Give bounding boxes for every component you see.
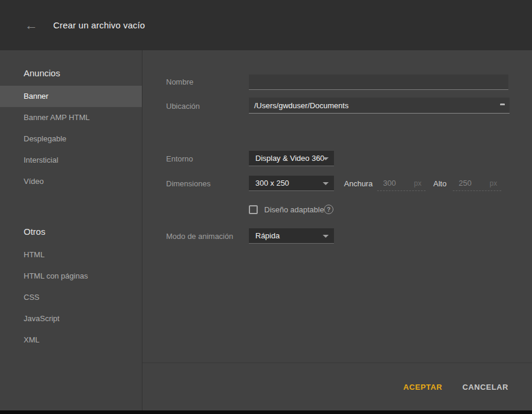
animation-mode-selected-value: Rápida <box>255 231 280 240</box>
dialog-header: ← Crear un archivo vacío <box>0 0 532 50</box>
name-label: Nombre <box>166 77 193 88</box>
file-type-sidebar: Anuncios Banner Banner AMP HTML Desplega… <box>0 50 142 410</box>
sidebar-group-heading-otros: Otros <box>0 192 142 244</box>
arrow-left-icon: ← <box>25 18 38 33</box>
height-label: Alto <box>433 179 446 189</box>
chevron-down-icon <box>323 235 329 238</box>
environment-selected-value: Display & Video 360 <box>255 154 325 163</box>
sidebar-item-javascript[interactable]: JavaScript <box>0 308 142 329</box>
dialog-footer: ACEPTAR CANCELAR <box>142 363 532 410</box>
sidebar-item-banner[interactable]: Banner <box>0 86 142 107</box>
environment-label: Entorno <box>166 154 193 164</box>
height-value: 250 <box>459 179 472 187</box>
chevron-down-icon <box>323 182 329 185</box>
responsive-checkbox[interactable] <box>249 205 258 214</box>
animation-mode-select[interactable]: Rápida <box>249 228 334 244</box>
window-bottom-edge <box>0 410 532 414</box>
height-input: 250 px <box>453 176 501 191</box>
sidebar-item-banner-amp-html[interactable]: Banner AMP HTML <box>0 107 142 128</box>
help-icon[interactable]: ? <box>324 205 333 214</box>
sidebar-item-html[interactable]: HTML <box>0 244 142 266</box>
dialog-body: Anuncios Banner Banner AMP HTML Desplega… <box>0 50 532 410</box>
chevron-down-icon <box>323 157 329 160</box>
height-unit: px <box>489 179 497 187</box>
browse-folder-button[interactable] <box>494 100 507 111</box>
responsive-label: Diseño adaptable <box>264 205 324 214</box>
width-value: 300 <box>383 179 396 187</box>
sidebar-item-desplegable[interactable]: Desplegable <box>0 128 142 150</box>
name-input[interactable] <box>249 75 508 90</box>
sidebar-item-xml[interactable]: XML <box>0 329 142 351</box>
back-button[interactable]: ← <box>24 18 39 33</box>
sidebar-group-heading-anuncios: Anuncios <box>0 50 142 86</box>
location-value: /Users/gwduser/Documents <box>254 101 349 110</box>
sidebar-item-html-con-paginas[interactable]: HTML con páginas <box>0 266 142 287</box>
width-unit: px <box>414 179 421 187</box>
dimensions-selected-value: 300 x 250 <box>255 179 289 187</box>
sidebar-item-intersticial[interactable]: Intersticial <box>0 150 142 171</box>
cancel-button[interactable]: CANCELAR <box>462 383 508 392</box>
accept-button[interactable]: ACEPTAR <box>403 383 442 392</box>
animation-mode-label: Modo de animación <box>166 231 233 242</box>
create-blank-file-dialog: ← Crear un archivo vacío Anuncios Banner… <box>0 0 532 414</box>
dialog-form: Nombre Ubicación /Users/gwduser/Document… <box>142 50 532 410</box>
location-field[interactable]: /Users/gwduser/Documents <box>249 98 510 114</box>
dimensions-label: Dimensiones <box>166 179 210 189</box>
width-input: 300 px <box>377 176 426 191</box>
environment-select[interactable]: Display & Video 360 <box>249 151 334 166</box>
location-label: Ubicación <box>166 101 200 112</box>
dimensions-select[interactable]: 300 x 250 <box>249 176 334 191</box>
sidebar-item-css[interactable]: CSS <box>0 287 142 308</box>
width-label: Anchura <box>344 179 372 189</box>
dialog-title: Crear un archivo vacío <box>53 20 145 30</box>
sidebar-item-video[interactable]: Vídeo <box>0 171 142 192</box>
